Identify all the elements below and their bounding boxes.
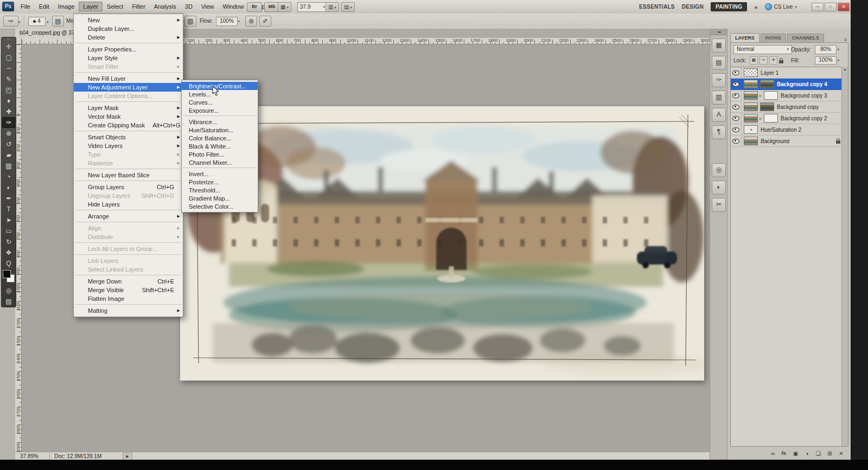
submenu-item-levels[interactable]: Levels... — [182, 90, 258, 98]
mini-bridge-panel-icon[interactable]: ▦ — [712, 38, 726, 53]
panel-grip[interactable]: ▪▪ — [2, 37, 16, 41]
new-layer-icon[interactable]: ⊞ — [825, 449, 834, 458]
layer-menu-item-new[interactable]: New▶ — [74, 16, 183, 24]
layer-list-scrollbar[interactable]: ▲ — [841, 67, 848, 446]
workspace-essentials[interactable]: ESSENTIALS — [639, 4, 675, 10]
layer-menu-item-new-layer-based-slice[interactable]: New Layer Based Slice — [74, 171, 183, 179]
eraser-tool[interactable]: ▰ — [2, 150, 15, 160]
menu-image[interactable]: Image — [54, 2, 79, 11]
crop-tool[interactable]: ◰ — [2, 85, 15, 95]
menu-file[interactable]: File — [16, 2, 35, 11]
tab-channels[interactable]: CHANNELS — [787, 34, 824, 42]
layer-mask-thumbnail[interactable] — [760, 80, 774, 88]
color-swatches[interactable] — [2, 269, 16, 285]
submenu-item-posterize[interactable]: Posterize... — [182, 178, 258, 186]
delete-layer-icon[interactable]: ✕ — [837, 449, 846, 458]
layer-menu-item-layer-mask[interactable]: Layer Mask▶ — [74, 104, 183, 112]
layer-visibility-toggle[interactable] — [731, 113, 742, 124]
layer-menu-item-hide-layers[interactable]: Hide Layers — [74, 200, 183, 209]
lasso-tool[interactable]: ∽ — [2, 63, 15, 74]
arrange-documents-button[interactable]: ▥▾ — [326, 2, 339, 12]
layer-thumbnail[interactable] — [744, 114, 758, 123]
minimize-button[interactable]: ─ — [812, 3, 824, 11]
layer-thumbnail[interactable] — [744, 80, 758, 88]
layer-row-background-copy-4[interactable]: Background copy 4 — [731, 79, 848, 90]
screen-mode-toggle[interactable]: ▤ — [2, 296, 15, 307]
menu-layer[interactable]: Layer — [79, 2, 103, 11]
submenu-item-brightness-contrast[interactable]: Brightness/Contrast... — [182, 82, 258, 90]
submenu-item-invert[interactable]: Invert... — [182, 170, 258, 178]
clone-source-panel-icon[interactable]: ✂ — [712, 198, 726, 212]
pen-tool[interactable]: ✒ — [2, 193, 15, 204]
flow-value-field[interactable]: 100% — [216, 17, 238, 26]
quick-mask-toggle[interactable]: ◎ — [2, 285, 15, 296]
menu-window[interactable]: Window — [219, 2, 248, 11]
layer-menu-item-create-clipping-mask[interactable]: Create Clipping MaskAlt+Ctrl+G — [74, 121, 183, 130]
eyedropper-tool[interactable]: ♦ — [2, 95, 15, 106]
lock-pixels-icon[interactable]: ✑ — [760, 56, 768, 65]
spinner-arrow-icon[interactable]: ▸ — [238, 19, 240, 23]
workspace-overflow-button[interactable]: » — [754, 4, 757, 10]
menu-filter[interactable]: Filter — [127, 2, 149, 11]
cs-live-button[interactable]: CS Live ▾ — [765, 3, 797, 10]
hand-tool[interactable]: ❖ — [2, 247, 15, 258]
layer-thumbnail[interactable] — [744, 91, 758, 100]
blend-mode-dropdown[interactable]: Normal▾ — [733, 45, 792, 54]
zoom-tool[interactable]: Q — [2, 258, 15, 269]
layer-menu-item-merge-visible[interactable]: Merge VisibleShift+Ctrl+E — [74, 286, 183, 294]
layer-visibility-toggle[interactable] — [731, 101, 742, 112]
layer-thumbnail[interactable] — [744, 68, 758, 77]
character-panel-icon[interactable]: A — [712, 108, 726, 122]
scroll-up-icon[interactable]: ▲ — [844, 68, 847, 71]
add-layer-mask-icon[interactable]: ▣ — [791, 449, 800, 458]
layer-mask-thumbnail[interactable] — [764, 114, 778, 123]
healing-brush-tool[interactable]: ✚ — [2, 106, 15, 117]
new-group-icon[interactable]: ❏ — [814, 449, 823, 458]
lock-all-icon[interactable] — [779, 60, 783, 63]
submenu-item-photo-filter[interactable]: Photo Filter... — [182, 150, 258, 158]
submenu-item-hue-saturation[interactable]: Hue/Saturation... — [182, 126, 258, 134]
dodge-tool[interactable]: ◐ — [2, 182, 15, 193]
submenu-item-selective-color[interactable]: Selective Color... — [182, 202, 258, 210]
screen-mode-button[interactable]: ▤▾ — [341, 2, 355, 12]
adjustments-panel-icon[interactable]: ◐ — [712, 181, 726, 195]
submenu-item-gradient-map[interactable]: Gradient Map... — [182, 194, 258, 202]
layer-menu-item-arrange[interactable]: Arrange▶ — [74, 212, 183, 221]
layer-row-background-copy[interactable]: Background copy — [731, 101, 848, 113]
menu-3d[interactable]: 3D — [181, 2, 197, 11]
expand-dock-button[interactable]: ◂◂ — [710, 29, 727, 35]
menu-analysis[interactable]: Analysis — [150, 2, 181, 11]
submenu-item-exposure[interactable]: Exposure... — [182, 106, 258, 114]
path-selection-tool[interactable]: ➤ — [2, 215, 15, 226]
tablet-pressure-button[interactable]: ✐ — [259, 16, 271, 27]
fill-value-field[interactable]: 100% — [815, 56, 837, 65]
layer-visibility-toggle[interactable] — [731, 136, 742, 146]
restore-button[interactable]: □ — [825, 3, 837, 11]
layer-menu-item-flatten-image[interactable]: Flatten Image — [74, 294, 183, 303]
layer-menu-item-merge-down[interactable]: Merge DownCtrl+E — [74, 277, 183, 286]
submenu-item-curves[interactable]: Curves... — [182, 98, 258, 106]
close-button[interactable]: ✕ — [838, 3, 850, 11]
tab-paths[interactable]: PATHS — [761, 34, 786, 42]
layer-menu-item-delete[interactable]: Delete▶ — [74, 33, 183, 42]
shape-tool[interactable]: ▭ — [2, 226, 15, 236]
layer-visibility-toggle[interactable] — [731, 67, 742, 78]
document-canvas[interactable] — [180, 106, 704, 381]
layer-thumbnail[interactable]: ◑ — [744, 125, 758, 134]
brush-presets-panel-icon[interactable]: ✑ — [712, 73, 726, 87]
opacity-value-field[interactable]: 80% — [815, 45, 837, 54]
lock-transparency-icon[interactable]: ▩ — [750, 56, 758, 65]
layer-thumbnail[interactable] — [744, 137, 758, 145]
layer-visibility-toggle[interactable] — [731, 90, 742, 101]
view-extras-button[interactable]: ▦▾ — [278, 2, 291, 12]
3d-rotate-tool[interactable]: ↻ — [2, 236, 15, 247]
layer-mask-thumbnail[interactable] — [764, 91, 778, 100]
mini-bridge-button[interactable]: Mb — [264, 2, 279, 12]
bridge-button[interactable]: Br — [247, 2, 262, 12]
submenu-item-channel-mixer[interactable]: Channel Mixer... — [182, 158, 258, 166]
layer-menu-item-matting[interactable]: Matting▶ — [74, 306, 183, 315]
layer-menu-item-new-adjustment-layer[interactable]: New Adjustment Layer▶ — [74, 83, 183, 92]
brush-tool[interactable]: ✑ — [2, 117, 15, 128]
submenu-item-black-white[interactable]: Black & White... — [182, 142, 258, 150]
brush-preset-picker[interactable]: 4 — [28, 17, 46, 26]
